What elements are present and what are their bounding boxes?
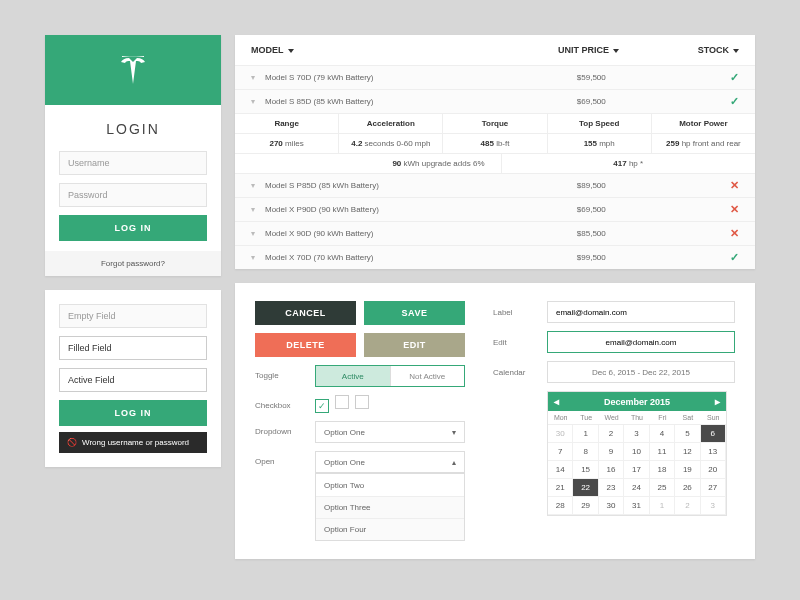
password-input[interactable] <box>59 183 207 207</box>
login-button-2[interactable]: LOG IN <box>59 400 207 426</box>
cal-day[interactable]: 11 <box>650 443 675 461</box>
toggle-control[interactable]: Active Not Active <box>315 365 465 387</box>
dropdown-label: Dropdown <box>255 421 305 436</box>
table-row[interactable]: ▾Model X 70D (70 kWh Battery)$99,500✓ <box>235 245 755 269</box>
label-input[interactable] <box>547 301 735 323</box>
calendar-widget: ◂ December 2015 ▸ MonTueWedThuFriSatSun … <box>547 391 727 516</box>
dropdown-option[interactable]: Option Three <box>316 496 464 518</box>
cal-day[interactable]: 21 <box>548 479 573 497</box>
cal-day[interactable]: 9 <box>599 443 624 461</box>
login-error-card: LOG IN 🚫 Wrong username or password <box>45 290 221 467</box>
cal-dow: Sat <box>675 411 700 425</box>
cal-day[interactable]: 6 <box>701 425 726 443</box>
checkbox-label: Checkbox <box>255 395 305 410</box>
table-row[interactable]: ▾Model S 70D (79 kWh Battery)$59,500✓ <box>235 65 755 89</box>
cal-day[interactable]: 17 <box>624 461 649 479</box>
cal-day[interactable]: 27 <box>701 479 726 497</box>
cal-day[interactable]: 7 <box>548 443 573 461</box>
cal-day[interactable]: 2 <box>675 497 700 515</box>
checkbox-checked[interactable]: ✓ <box>315 399 329 413</box>
table-row[interactable]: ▾Model S 85D (85 kWh Battery)$69,500✓ <box>235 89 755 113</box>
delete-button[interactable]: DELETE <box>255 333 356 357</box>
edit-field-label: Edit <box>493 338 537 347</box>
active-field-input[interactable] <box>59 368 207 392</box>
cal-day[interactable]: 30 <box>599 497 624 515</box>
cal-day[interactable]: 26 <box>675 479 700 497</box>
table-row[interactable]: ▾Model X 90D (90 kWh Battery)$85,500✕ <box>235 221 755 245</box>
cancel-button[interactable]: CANCEL <box>255 301 356 325</box>
expand-icon[interactable]: ▾ <box>251 229 265 238</box>
cal-day[interactable]: 18 <box>650 461 675 479</box>
cal-day[interactable]: 29 <box>573 497 598 515</box>
col-model[interactable]: MODEL <box>251 45 508 55</box>
dropdown-open-trigger[interactable]: Option One ▴ <box>315 451 465 473</box>
brand-logo-icon <box>120 56 146 84</box>
product-table: MODEL UNIT PRICE STOCK ▾Model S 70D (79 … <box>235 35 755 269</box>
cal-day[interactable]: 30 <box>548 425 573 443</box>
cal-day[interactable]: 1 <box>650 497 675 515</box>
login-button[interactable]: LOG IN <box>59 215 207 241</box>
expand-icon[interactable]: ▾ <box>251 253 265 262</box>
cal-day[interactable]: 4 <box>650 425 675 443</box>
cal-day[interactable]: 2 <box>599 425 624 443</box>
price-cell: $69,500 <box>514 205 669 214</box>
expand-icon[interactable]: ▾ <box>251 181 265 190</box>
cal-day[interactable]: 5 <box>675 425 700 443</box>
cal-day[interactable]: 20 <box>701 461 726 479</box>
col-price[interactable]: UNIT PRICE <box>508 45 669 55</box>
cal-day[interactable]: 25 <box>650 479 675 497</box>
stock-cell: ✓ <box>669 71 739 84</box>
cal-next-icon[interactable]: ▸ <box>715 396 720 407</box>
table-row[interactable]: ▾Model X P90D (90 kWh Battery)$69,500✕ <box>235 197 755 221</box>
edit-button[interactable]: EDIT <box>364 333 465 357</box>
edit-input[interactable] <box>547 331 735 353</box>
toggle-label: Toggle <box>255 365 305 380</box>
cal-day[interactable]: 24 <box>624 479 649 497</box>
date-range-display[interactable]: Dec 6, 2015 - Dec 22, 2015 <box>547 361 735 383</box>
cal-day[interactable]: 3 <box>624 425 649 443</box>
cal-prev-icon[interactable]: ◂ <box>554 396 559 407</box>
expand-icon[interactable]: ▾ <box>251 97 265 106</box>
cal-day[interactable]: 10 <box>624 443 649 461</box>
empty-field-input[interactable] <box>59 304 207 328</box>
caret-down-icon <box>733 49 739 53</box>
cal-day[interactable]: 13 <box>701 443 726 461</box>
cal-day[interactable]: 23 <box>599 479 624 497</box>
username-input[interactable] <box>59 151 207 175</box>
cal-dow: Sun <box>701 411 726 425</box>
forgot-password-link[interactable]: Forgot password? <box>45 251 221 276</box>
dropdown-list: Option TwoOption ThreeOption Four <box>315 473 465 541</box>
filled-field-input[interactable] <box>59 336 207 360</box>
cal-day[interactable]: 16 <box>599 461 624 479</box>
calendar-field-label: Calendar <box>493 368 537 377</box>
cal-day[interactable]: 15 <box>573 461 598 479</box>
dropdown-option[interactable]: Option Two <box>316 474 464 496</box>
stock-cell: ✓ <box>669 251 739 264</box>
col-stock[interactable]: STOCK <box>669 45 739 55</box>
cal-day[interactable]: 14 <box>548 461 573 479</box>
cal-day[interactable]: 3 <box>701 497 726 515</box>
cal-day[interactable]: 19 <box>675 461 700 479</box>
dropdown-closed[interactable]: Option One ▾ <box>315 421 465 443</box>
cal-day[interactable]: 8 <box>573 443 598 461</box>
expand-icon[interactable]: ▾ <box>251 205 265 214</box>
cal-day[interactable]: 12 <box>675 443 700 461</box>
cal-day[interactable]: 1 <box>573 425 598 443</box>
price-cell: $89,500 <box>514 181 669 190</box>
toggle-inactive[interactable]: Not Active <box>390 366 465 386</box>
toggle-active[interactable]: Active <box>316 366 390 386</box>
table-row[interactable]: ▾Model S P85D (85 kWh Battery)$89,500✕ <box>235 173 755 197</box>
expand-icon[interactable]: ▾ <box>251 73 265 82</box>
price-cell: $99,500 <box>514 253 669 262</box>
cal-day[interactable]: 31 <box>624 497 649 515</box>
dropdown-option[interactable]: Option Four <box>316 518 464 540</box>
cal-day[interactable]: 28 <box>548 497 573 515</box>
cal-title: December 2015 <box>604 397 670 407</box>
login-title: LOGIN <box>59 121 207 137</box>
checkbox-unchecked-1[interactable] <box>335 395 349 409</box>
checkbox-unchecked-2[interactable] <box>355 395 369 409</box>
cal-day[interactable]: 22 <box>573 479 598 497</box>
save-button[interactable]: SAVE <box>364 301 465 325</box>
model-cell: Model S 70D (79 kWh Battery) <box>265 73 514 82</box>
stock-cell: ✕ <box>669 227 739 240</box>
